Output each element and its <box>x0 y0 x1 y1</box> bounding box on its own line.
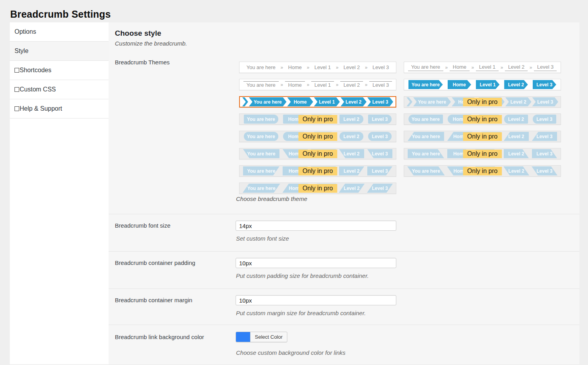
crumb-tag: You are here <box>408 149 444 158</box>
theme-option-chevron[interactable]: You are hereHomeLevel 1Level 2Level 3 <box>239 96 396 108</box>
pro-badge: Only in pro <box>298 167 337 175</box>
sidebar-item-options[interactable]: Options <box>10 22 109 42</box>
crumb-tag: Level 3 <box>367 149 392 158</box>
shortcodes-icon <box>15 68 19 73</box>
theme-option-plain[interactable]: You are here»Home»Level 1»Level 2»Level … <box>239 62 396 73</box>
field-label: Breadcrumb link background color <box>115 334 204 340</box>
crumb-tag: Level 3 <box>533 115 556 124</box>
crumb-tag: Level 3 <box>368 115 392 124</box>
crumb-separator: » <box>530 65 532 70</box>
container-padding-input[interactable] <box>236 258 396 268</box>
crumb-tag: Level 2 <box>339 184 365 193</box>
field-caption: Set custom font size <box>236 235 289 242</box>
custom-css-icon <box>15 87 19 92</box>
crumb-tag: Level 2 <box>339 132 363 141</box>
crumb-tag: Level 2 <box>339 149 364 158</box>
theme-option-chevron[interactable]: You are hereHomeLevel 1Level 2Level 3Onl… <box>404 96 561 108</box>
field-font-size: Breadcrumb font size Set custom font siz… <box>109 214 579 251</box>
pro-badge: Only in pro <box>463 167 502 175</box>
field-caption: Put custom margin size for breadcrumb co… <box>236 310 366 316</box>
breadcrumb-themes-label: Breadcrumb Themes <box>115 59 170 66</box>
crumb-tag: You are here <box>243 149 279 158</box>
field-caption: Put custom padding size for breadcrumb c… <box>236 272 369 279</box>
crumb-tag: You are here <box>408 132 444 141</box>
crumb: Level 1 <box>314 64 331 70</box>
color-swatch <box>236 332 250 342</box>
sidebar-item-label: Options <box>15 28 36 35</box>
sidebar-item-label: Custom CSS <box>20 86 56 93</box>
theme-option-slant-left[interactable]: You are hereHomeLevel 1Level 2Level 3Onl… <box>239 148 396 159</box>
theme-option-parallelogram[interactable]: You are hereHomeLevel 1Level 2Level 3Onl… <box>239 182 396 194</box>
field-label: Breadcrumb container padding <box>115 259 195 266</box>
crumb: Level 1 <box>311 81 334 88</box>
container-margin-input[interactable] <box>236 295 396 305</box>
sidebar-item-custom-css[interactable]: Custom CSS <box>10 80 109 99</box>
crumb-tag: Level 3 <box>532 97 558 106</box>
theme-option-round-right[interactable]: You are hereHomeLevel 1Level 2Level 3Onl… <box>239 113 396 125</box>
theme-option-parallelogram-alt[interactable]: You are hereHomeLevel 1Level 2Level 3Onl… <box>404 165 561 177</box>
pro-badge: Only in pro <box>463 98 502 106</box>
sidebar-item-style[interactable]: Style <box>10 42 109 61</box>
crumb-tag: Level 3 <box>532 132 557 141</box>
crumb-separator: » <box>471 65 474 70</box>
pro-badge: Only in pro <box>298 150 337 158</box>
crumb-tag: Level 2 <box>339 166 364 175</box>
page-title: Breadcrumb Settings <box>10 9 111 20</box>
section-subheading: Customize the breadcrumb. <box>115 40 187 47</box>
crumb-separator: » <box>281 65 283 70</box>
crumb-tag: Level 3 <box>367 184 393 193</box>
crumb: You are here <box>247 64 276 70</box>
crumb: Level 3 <box>369 81 392 88</box>
select-color-label: Select Color <box>250 332 287 342</box>
field-container-padding: Breadcrumb container padding Put custom … <box>109 251 579 288</box>
pro-badge: Only in pro <box>298 184 337 193</box>
crumb-separator: » <box>445 65 448 70</box>
pro-badge: Only in pro <box>298 115 337 124</box>
theme-option-underline[interactable]: You are here»Home»Level 1»Level 2»Level … <box>404 62 561 73</box>
crumb: You are here <box>408 64 443 71</box>
theme-option-wedge-left[interactable]: You are hereHomeLevel 1Level 2Level 3Onl… <box>404 131 561 142</box>
sidebar-item-label: Shortcodes <box>20 67 51 73</box>
crumb-separator: » <box>365 82 368 88</box>
crumb: Level 2 <box>505 64 528 71</box>
sidebar: Options Style Shortcodes Custom CSS Help… <box>10 22 109 364</box>
lead-arrow-icon <box>242 97 248 106</box>
crumb-tag: Level 2 <box>504 115 528 124</box>
lead-arrow-icon <box>407 97 412 106</box>
crumb-tag: Level 3 <box>532 166 557 175</box>
crumb-separator: » <box>365 65 368 70</box>
pro-badge: Only in pro <box>298 132 337 141</box>
crumb-tag: You are here <box>413 97 451 106</box>
crumb: Level 2 <box>343 64 360 70</box>
select-color-button[interactable]: Select Color <box>236 332 287 342</box>
crumb-tag: Level 3 <box>368 132 392 141</box>
crumb-separator: » <box>281 82 283 88</box>
crumb-separator: » <box>307 82 309 88</box>
sidebar-item-help-support[interactable]: Help & Support <box>10 99 109 119</box>
crumb: Home <box>450 64 470 71</box>
sidebar-item-shortcodes[interactable]: Shortcodes <box>10 61 109 80</box>
theme-option-slant-right[interactable]: You are hereHomeLevel 1Level 2Level 3Onl… <box>239 165 396 177</box>
theme-option-round-left[interactable]: You are hereHomeLevel 1Level 2Level 3Onl… <box>404 113 561 125</box>
theme-option-overline[interactable]: You are here»Home»Level 1»Level 2»Level … <box>239 79 396 90</box>
theme-option-pill[interactable]: You are hereHomeLevel 1Level 2Level 3Onl… <box>239 131 396 142</box>
theme-option-arrow[interactable]: You are hereHomeLevel 1Level 2Level 3 <box>404 79 561 90</box>
crumb-tag: Level 2 <box>503 166 529 175</box>
crumb-tag: You are here <box>244 115 278 124</box>
crumb-tag: Level 3 <box>533 80 556 89</box>
section-heading: Choose style <box>115 29 161 38</box>
crumb-tag: You are here <box>244 132 278 141</box>
crumb: Level 3 <box>534 64 557 71</box>
crumb-tag: Home <box>287 97 313 106</box>
crumb-tag: Level 2 <box>504 80 528 89</box>
crumb-tag: You are here <box>408 80 443 89</box>
help-support-icon <box>15 106 19 111</box>
sidebar-item-label: Help & Support <box>20 105 62 112</box>
font-size-input[interactable] <box>236 221 396 231</box>
crumb-tag: You are here <box>243 166 279 175</box>
crumb-separator: » <box>307 65 309 70</box>
theme-option-wedge-right[interactable]: You are hereHomeLevel 1Level 2Level 3Onl… <box>404 148 561 159</box>
field-link-background-color: Breadcrumb link background color Select … <box>109 325 579 364</box>
crumb: Home <box>288 64 302 70</box>
crumb: Level 2 <box>340 81 363 88</box>
